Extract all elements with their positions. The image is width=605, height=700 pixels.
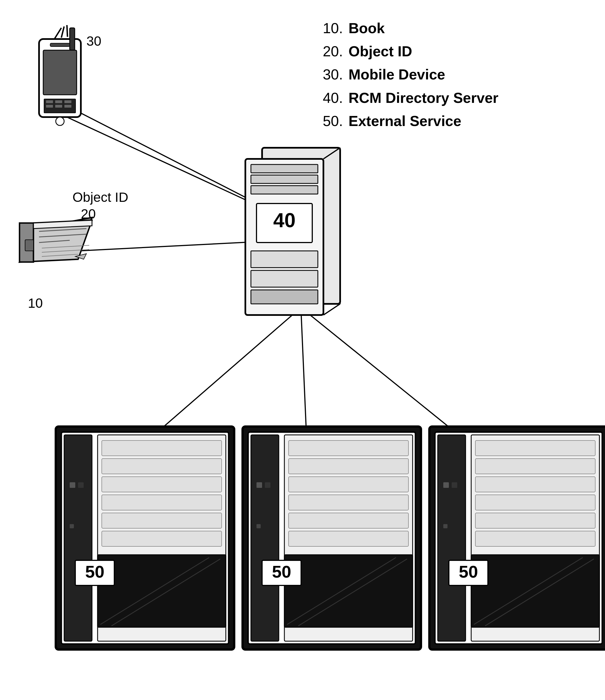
svg-rect-35 xyxy=(251,165,318,173)
svg-rect-77 xyxy=(284,555,413,627)
svg-rect-18 xyxy=(65,105,71,108)
svg-rect-41 xyxy=(251,270,318,287)
svg-rect-10 xyxy=(70,28,75,50)
rcm-server-graphic: 40 xyxy=(245,148,340,315)
svg-rect-15 xyxy=(65,100,71,103)
svg-rect-95 xyxy=(471,555,599,627)
diagram-container: 10. Book 20. Object ID 30. Mobile Device… xyxy=(0,0,605,700)
svg-rect-71 xyxy=(288,441,408,456)
svg-point-20 xyxy=(56,117,64,125)
svg-rect-14 xyxy=(55,100,62,103)
svg-rect-74 xyxy=(288,495,408,510)
svg-rect-94 xyxy=(475,531,595,546)
svg-rect-72 xyxy=(288,458,408,474)
svg-rect-28 xyxy=(25,240,33,251)
svg-text:40: 40 xyxy=(273,209,296,231)
svg-rect-16 xyxy=(46,105,53,108)
svg-rect-53 xyxy=(102,441,222,456)
svg-rect-58 xyxy=(102,531,222,546)
svg-text:50: 50 xyxy=(272,562,291,581)
main-diagram-svg: 40 xyxy=(0,0,605,700)
svg-rect-84 xyxy=(438,435,465,641)
svg-line-3 xyxy=(148,312,296,441)
svg-rect-48 xyxy=(64,435,92,641)
svg-rect-87 xyxy=(443,524,448,528)
svg-rect-11 xyxy=(43,50,77,95)
svg-rect-86 xyxy=(452,482,457,488)
svg-rect-13 xyxy=(46,100,53,103)
svg-line-4 xyxy=(301,312,307,441)
mobile-device-graphic xyxy=(39,25,81,125)
svg-rect-92 xyxy=(475,495,595,510)
svg-rect-55 xyxy=(102,477,222,492)
svg-line-5 xyxy=(307,312,465,441)
svg-rect-68 xyxy=(265,482,271,488)
svg-rect-91 xyxy=(475,477,595,492)
svg-line-6 xyxy=(54,28,61,39)
svg-rect-51 xyxy=(70,524,74,528)
book-graphic xyxy=(20,218,92,262)
external-server-left: 50 xyxy=(56,427,234,650)
svg-rect-67 xyxy=(256,482,262,488)
svg-rect-69 xyxy=(256,524,261,528)
svg-rect-42 xyxy=(251,290,318,304)
svg-rect-73 xyxy=(288,477,408,492)
svg-rect-56 xyxy=(102,495,222,510)
svg-line-8 xyxy=(67,25,68,37)
svg-rect-75 xyxy=(288,513,408,528)
svg-rect-66 xyxy=(251,435,279,641)
svg-rect-37 xyxy=(251,186,318,194)
svg-rect-19 xyxy=(50,43,70,47)
svg-line-44 xyxy=(323,304,340,315)
svg-rect-17 xyxy=(55,105,62,108)
svg-rect-93 xyxy=(475,513,595,528)
svg-rect-50 xyxy=(78,482,84,488)
svg-rect-36 xyxy=(251,175,318,183)
external-server-middle: 50 xyxy=(243,427,421,650)
svg-rect-54 xyxy=(102,458,222,474)
svg-rect-40 xyxy=(251,251,318,268)
external-server-right: 50 xyxy=(429,427,605,650)
svg-rect-89 xyxy=(475,441,595,456)
svg-rect-57 xyxy=(102,513,222,528)
svg-text:50: 50 xyxy=(459,562,478,581)
svg-rect-59 xyxy=(98,555,226,627)
svg-rect-90 xyxy=(475,458,595,474)
svg-rect-76 xyxy=(288,531,408,546)
svg-rect-85 xyxy=(443,482,449,488)
svg-rect-49 xyxy=(70,482,75,488)
svg-text:50: 50 xyxy=(85,562,105,581)
